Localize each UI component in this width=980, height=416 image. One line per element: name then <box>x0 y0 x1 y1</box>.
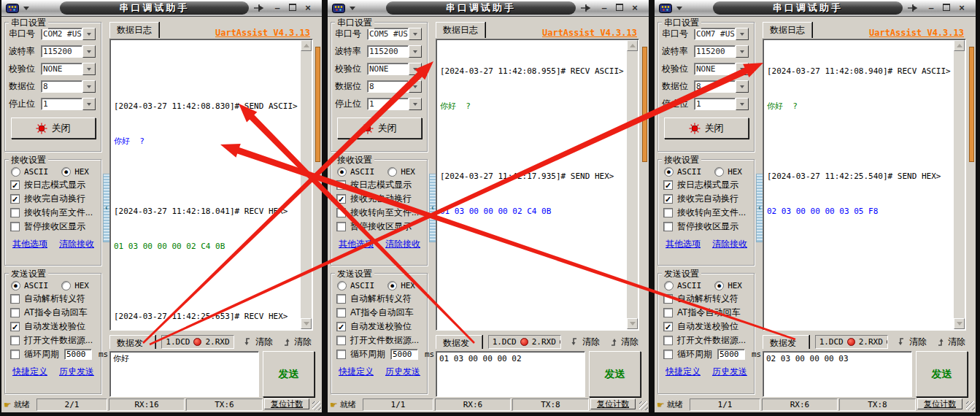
port-select[interactable]: COM5 #USB <box>367 28 422 40</box>
clear-send-button[interactable]: 清除 <box>570 336 600 348</box>
at-auto-cr-checkbox[interactable]: AT指令自动回车 <box>336 307 427 318</box>
send-history-link[interactable]: 历史发送 <box>59 366 94 378</box>
redirect-to-file-checkbox[interactable]: 接收转向至文件... <box>10 207 101 218</box>
right-scroll-thumb[interactable] <box>969 47 974 162</box>
pin-icon[interactable] <box>907 2 919 15</box>
menu-caret-icon[interactable] <box>23 7 29 10</box>
send-button[interactable]: 发送 <box>263 351 315 397</box>
close-window-button[interactable]: × <box>955 1 968 14</box>
maximize-button[interactable] <box>286 1 299 14</box>
close-port-button[interactable]: 关闭 <box>11 118 96 139</box>
app-icon[interactable] <box>659 4 672 13</box>
receive-hex-radio[interactable]: HEX <box>714 167 742 177</box>
send-button[interactable]: 发送 <box>916 351 968 397</box>
send-hex-radio[interactable]: ● HEX <box>714 281 742 290</box>
log-mode-checkbox[interactable]: ✓ 按日志模式显示 <box>336 180 427 190</box>
parity-dropdown-icon[interactable] <box>409 63 422 75</box>
version-link[interactable]: UartAssist V4.3.13 <box>215 28 310 38</box>
quick-define-link[interactable]: 快捷定义 <box>12 366 47 378</box>
send-input-area[interactable]: 01 03 00 00 00 02 <box>436 351 585 397</box>
parity-dropdown-icon[interactable] <box>82 63 96 75</box>
send-history-link[interactable]: 历史发送 <box>385 366 420 378</box>
auto-checksum-checkbox[interactable]: ✓ 自动发送校验位 <box>10 321 101 332</box>
baud-select[interactable]: 115200 <box>41 45 96 58</box>
send-button[interactable]: 发送 <box>589 351 641 397</box>
pause-display-checkbox[interactable]: 暂停接收区显示 <box>663 221 754 232</box>
port-dropdown-icon[interactable] <box>82 28 96 40</box>
app-icon[interactable] <box>332 4 345 13</box>
clear-send-button[interactable]: 清除 <box>243 336 273 348</box>
version-link[interactable]: UartAssist V4.3.13 <box>869 28 964 38</box>
pin-icon[interactable] <box>253 2 265 15</box>
auto-checksum-checkbox[interactable]: ✓ 自动发送校验位 <box>663 321 754 332</box>
pause-display-checkbox[interactable]: 暂停接收区显示 <box>10 221 101 232</box>
close-port-button[interactable]: 关闭 <box>337 118 422 139</box>
close-port-button[interactable]: 关闭 <box>664 118 749 139</box>
databits-select[interactable]: 8 <box>367 80 422 93</box>
data-send-tab[interactable]: 数据发送 <box>436 335 482 349</box>
clear-receive-link[interactable]: 清除接收 <box>385 238 420 250</box>
other-options-link[interactable]: 其他选项 <box>665 238 701 250</box>
baud-dropdown-icon[interactable] <box>736 45 749 58</box>
data-log-area[interactable]: [2024-03-27 11:42:08.955]# RECV ASCII> 你… <box>436 39 639 331</box>
data-log-area[interactable]: [2024-03-27 11:42:08.940]# RECV ASCII> 你… <box>763 39 966 331</box>
parity-select[interactable]: NONE <box>367 63 422 75</box>
parity-select[interactable]: NONE <box>41 63 96 75</box>
clear-receive-button[interactable]: 清除 <box>609 336 638 348</box>
log-mode-checkbox[interactable]: ✓ 按日志模式显示 <box>10 180 101 190</box>
other-options-link[interactable]: 其他选项 <box>12 238 47 250</box>
resize-grip[interactable] <box>636 398 649 411</box>
port-dropdown-icon[interactable] <box>736 28 749 40</box>
auto-newline-checkbox[interactable]: ✓ 接收完自动换行 <box>10 193 101 204</box>
databits-select[interactable]: 8 <box>694 80 749 93</box>
scroll-up-icon[interactable] <box>954 40 965 51</box>
receive-hex-radio[interactable]: HEX <box>387 167 415 177</box>
quick-define-link[interactable]: 快捷定义 <box>339 366 374 378</box>
data-log-tab[interactable]: 数据日志 <box>109 22 159 38</box>
scroll-up-icon[interactable] <box>627 40 638 51</box>
cycle-period-checkbox[interactable]: 循环周期 ms <box>663 349 754 360</box>
cycle-period-checkbox[interactable]: 循环周期 ms <box>10 349 101 360</box>
quick-define-link[interactable]: 快捷定义 <box>665 366 701 378</box>
port-select[interactable]: COM2 #USB <box>41 28 96 40</box>
send-ascii-radio[interactable]: ASCII <box>664 281 701 290</box>
auto-checksum-checkbox[interactable]: ✓ 自动发送校验位 <box>336 321 427 332</box>
stopbits-select[interactable]: 1 <box>41 98 96 110</box>
reset-count-button[interactable]: 复位计数 <box>590 398 636 409</box>
send-hex-radio[interactable]: ● HEX <box>387 281 415 290</box>
parity-select[interactable]: NONE <box>694 63 749 75</box>
stopbits-dropdown-icon[interactable] <box>409 98 422 110</box>
close-window-button[interactable]: × <box>301 1 315 14</box>
escape-parse-checkbox[interactable]: 自动解析转义符 <box>663 293 754 304</box>
clear-send-button[interactable]: 清除 <box>897 336 927 348</box>
cycle-period-input[interactable] <box>717 349 745 360</box>
parity-dropdown-icon[interactable] <box>736 63 749 75</box>
menu-caret-icon[interactable] <box>350 7 355 10</box>
stopbits-dropdown-icon[interactable] <box>736 98 749 110</box>
scroll-up-icon[interactable] <box>301 40 312 51</box>
databits-select[interactable]: 8 <box>41 80 96 93</box>
baud-dropdown-icon[interactable] <box>82 45 96 58</box>
clear-receive-link[interactable]: 清除接收 <box>712 238 747 250</box>
log-scrollbar[interactable] <box>301 40 312 329</box>
log-scrollbar[interactable] <box>627 40 638 329</box>
auto-newline-checkbox[interactable]: ✓ 接收完自动换行 <box>663 193 754 204</box>
data-send-tab[interactable]: 数据发送 <box>109 335 155 349</box>
cycle-period-input[interactable] <box>390 349 418 360</box>
redirect-to-file-checkbox[interactable]: 接收转向至文件... <box>336 207 427 218</box>
send-ascii-radio[interactable]: ASCII <box>337 281 374 290</box>
file-data-source-checkbox[interactable]: 打开文件数据源... <box>10 335 101 346</box>
stopbits-select[interactable]: 1 <box>367 98 422 110</box>
databits-dropdown-icon[interactable] <box>82 80 96 93</box>
send-history-link[interactable]: 历史发送 <box>712 366 747 378</box>
data-send-tab[interactable]: 数据发送 <box>763 335 809 349</box>
menu-caret-icon[interactable] <box>676 7 682 10</box>
log-scrollbar[interactable] <box>954 40 965 329</box>
data-log-tab[interactable]: 数据日志 <box>436 22 485 38</box>
data-log-area[interactable]: [2024-03-27 11:42:08.830]# SEND ASCII> 你… <box>109 39 313 331</box>
title-bar[interactable]: 串口调试助手 – × <box>1 0 322 17</box>
file-data-source-checkbox[interactable]: 打开文件数据源... <box>663 335 754 346</box>
other-options-link[interactable]: 其他选项 <box>339 238 374 250</box>
right-scroll-thumb[interactable] <box>642 47 647 162</box>
send-ascii-radio[interactable]: ● ASCII <box>11 281 48 290</box>
